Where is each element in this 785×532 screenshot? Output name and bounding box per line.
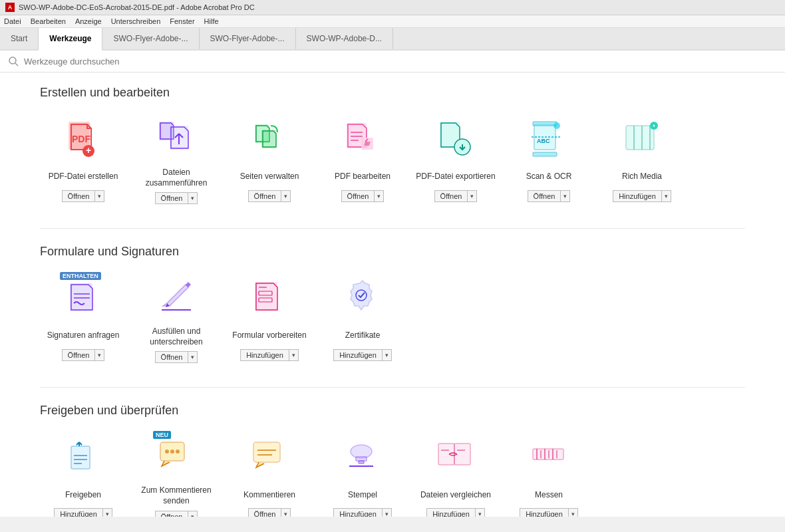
tool-label-formular-vorbereiten: Formular vorbereiten (232, 327, 306, 345)
svg-rect-10 (261, 130, 276, 148)
tool-item-pdf-bearbeiten: PDF bearbeitenÖffnen▾ (319, 116, 406, 204)
tool-btn-group-pdf-bearbeiten: Öffnen▾ (341, 190, 385, 202)
tool-btn-formular-vorbereiten[interactable]: Hinzufügen (240, 349, 289, 361)
tool-label-freigeben: Freigeben (65, 485, 101, 504)
svg-point-0 (9, 57, 16, 64)
rich-media-icon (622, 119, 662, 159)
tool-btn-kommentieren-senden[interactable]: Öffnen (155, 511, 189, 517)
tool-btn-arrow-stempel[interactable]: ▾ (383, 508, 392, 517)
tool-btn-arrow-pdf-exportieren[interactable]: ▾ (468, 190, 477, 202)
pdf-create-icon: PDF + (63, 119, 103, 159)
tool-btn-arrow-messen[interactable]: ▾ (569, 508, 578, 517)
menu-item-anzeige[interactable]: Anzeige (75, 17, 102, 25)
section-title-0: Erstellen und bearbeiten (40, 86, 745, 100)
measure-icon (529, 437, 569, 477)
tool-btn-rich-media[interactable]: Hinzufügen (613, 190, 662, 202)
tool-btn-dateien-vergleichen[interactable]: Hinzufügen (426, 508, 476, 517)
tool-icon-wrapper-pdf-exportieren (432, 116, 479, 162)
tool-item-dateien-vergleichen: Dateien vergleichenHinzufügen▾ (412, 434, 499, 517)
tool-btn-pdf-exportieren[interactable]: Öffnen (434, 190, 468, 202)
menu-item-hilfe[interactable]: Hilfe (204, 17, 219, 25)
tool-btn-group-scan-ocr: Öffnen▾ (528, 190, 571, 202)
pages-manage-icon (249, 119, 289, 159)
tool-item-pdf-exportieren: PDF-Datei exportierenÖffnen▾ (412, 116, 499, 204)
tool-btn-arrow-signaturen-anfragen[interactable]: ▾ (95, 349, 104, 361)
tool-btn-scan-ocr[interactable]: Öffnen (528, 190, 561, 202)
tool-btn-arrow-pdf-bearbeiten[interactable]: ▾ (375, 190, 384, 202)
tab-werkzeuge[interactable]: Werkzeuge (39, 28, 102, 51)
tool-btn-arrow-dateien-zusammen[interactable]: ▾ (188, 192, 198, 204)
tool-item-freigeben: FreigebenHinzufügen▾ (40, 434, 126, 517)
tool-item-kommentieren: KommentierenÖffnen▾ (226, 434, 313, 517)
svg-point-45 (170, 450, 174, 454)
tool-icon-wrapper-dateien-vergleichen (432, 434, 479, 480)
main-content: Erstellen und bearbeiten PDF +PDF-Datei … (0, 72, 785, 517)
tool-btn-freigeben[interactable]: Hinzufügen (54, 508, 103, 517)
tool-btn-ausfuellen[interactable]: Öffnen (155, 351, 189, 363)
tool-icon-wrapper-freigeben (60, 434, 106, 480)
tool-btn-arrow-freigeben[interactable]: ▾ (103, 508, 112, 517)
tool-label-pdf-exportieren: PDF-Datei exportieren (416, 168, 495, 186)
signatures-request-icon (63, 278, 103, 318)
tool-btn-arrow-zertifikate[interactable]: ▾ (383, 349, 392, 361)
svg-rect-51 (356, 457, 367, 461)
tools-grid-2: FreigebenHinzufügen▾NEU Zum Kommentieren… (40, 434, 745, 517)
tool-btn-arrow-kommentieren-senden[interactable]: ▾ (188, 511, 198, 517)
tool-btn-stempel[interactable]: Hinzufügen (333, 508, 383, 517)
tool-btn-pdf-erstellen[interactable]: Öffnen (62, 190, 96, 202)
tool-btn-seiten-verwalten[interactable]: Öffnen (248, 190, 282, 202)
scan-ocr-icon: ABC (529, 119, 569, 159)
tool-label-seiten-verwalten: Seiten verwalten (240, 168, 299, 186)
tool-btn-kommentieren[interactable]: Öffnen (248, 508, 282, 517)
tool-btn-arrow-seiten-verwalten[interactable]: ▾ (281, 190, 291, 202)
tool-btn-pdf-bearbeiten[interactable]: Öffnen (341, 190, 375, 202)
tool-item-messen: MessenHinzufügen▾ (506, 434, 592, 517)
tab-swo-flyer-adobe----[interactable]: SWO-Flyer-Adobe-... (102, 28, 199, 49)
tool-btn-messen[interactable]: Hinzufügen (520, 508, 569, 517)
tool-btn-arrow-scan-ocr[interactable]: ▾ (561, 190, 570, 202)
tab-swo-wp-adobe-d---[interactable]: SWO-WP-Adobe-D... (296, 28, 393, 49)
tab-start[interactable]: Start (0, 28, 39, 49)
tool-label-ausfuellen: Ausfüllen und unterschreiben (133, 327, 220, 347)
tool-item-formular-vorbereiten: Formular vorbereitenHinzufügen▾ (226, 275, 313, 363)
tab-swo-flyer-adobe----[interactable]: SWO-Flyer-Adobe-... (200, 28, 296, 49)
menu-item-datei[interactable]: Datei (4, 17, 21, 25)
menu-item-bearbeiten[interactable]: Bearbeiten (31, 17, 66, 25)
tool-btn-arrow-formular-vorbereiten[interactable]: ▾ (289, 349, 299, 361)
tool-item-dateien-zusammen: Dateien zusammenführenÖffnen▾ (133, 116, 220, 204)
tool-btn-arrow-kommentieren[interactable]: ▾ (281, 508, 291, 517)
tool-btn-group-kommentieren-senden: Öffnen▾ (155, 511, 198, 517)
tools-grid-1: ENTHALTEN Signaturen anfragenÖffnen▾ Aus… (40, 275, 745, 363)
send-comment-icon (156, 437, 196, 477)
tool-btn-arrow-ausfuellen[interactable]: ▾ (188, 351, 198, 363)
tool-label-dateien-zusammen: Dateien zusammenführen (133, 168, 220, 188)
tool-btn-dateien-zusammen[interactable]: Öffnen (155, 192, 189, 204)
tool-icon-wrapper-seiten-verwalten (246, 116, 293, 162)
tool-item-kommentieren-senden: NEU Zum Kommentieren sendenÖffnen▾ (133, 434, 220, 517)
tool-label-kommentieren: Kommentieren (243, 485, 295, 504)
section-title-2: Freigeben und überprüfen (40, 404, 745, 418)
fill-sign-icon (156, 278, 196, 318)
tool-btn-group-formular-vorbereiten: Hinzufügen▾ (240, 349, 299, 361)
tool-btn-arrow-rich-media[interactable]: ▾ (662, 190, 671, 202)
tool-btn-arrow-dateien-vergleichen[interactable]: ▾ (476, 508, 485, 517)
tool-icon-wrapper-kommentieren (246, 434, 293, 480)
svg-point-23 (553, 122, 560, 129)
svg-rect-30 (70, 283, 92, 311)
menu-bar: DateiBearbeitenAnzeigeUnterschreibenFens… (0, 15, 785, 28)
section-title-1: Formulare und Signaturen (40, 245, 745, 259)
tool-label-stempel: Stempel (348, 485, 377, 504)
tool-btn-zertifikate[interactable]: Hinzufügen (333, 349, 383, 361)
tool-icon-wrapper-pdf-bearbeiten (339, 116, 386, 162)
tool-btn-arrow-pdf-erstellen[interactable]: ▾ (95, 190, 104, 202)
tool-label-dateien-vergleichen: Dateien vergleichen (420, 485, 491, 504)
tool-btn-signaturen-anfragen[interactable]: Öffnen (62, 349, 96, 361)
tool-btn-group-kommentieren: Öffnen▾ (248, 508, 291, 517)
tool-item-scan-ocr: ABCScan & OCRÖffnen▾ (506, 116, 592, 204)
search-input[interactable] (24, 57, 224, 66)
svg-rect-47 (253, 442, 280, 462)
menu-item-fenster[interactable]: Fenster (170, 17, 194, 25)
menu-item-unterschreiben[interactable]: Unterschreiben (111, 17, 161, 25)
search-bar (0, 51, 785, 72)
svg-rect-39 (71, 446, 90, 469)
